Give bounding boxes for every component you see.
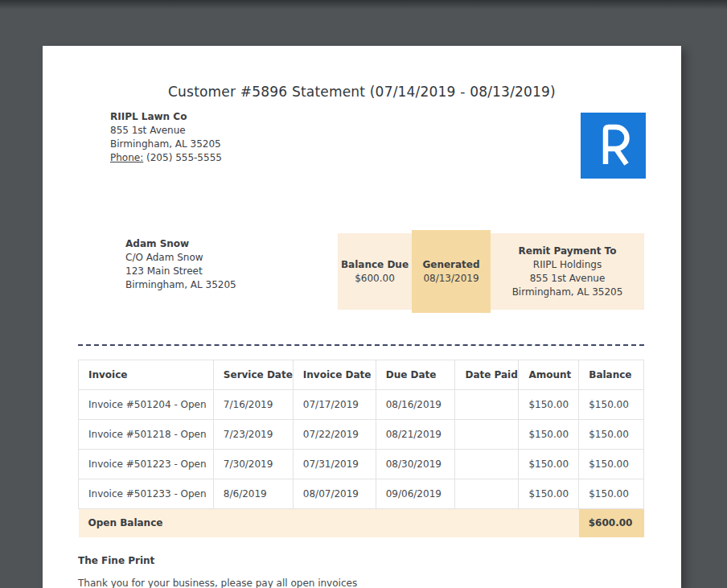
header-service-date: Service Date bbox=[213, 360, 293, 390]
balance-due-value: $600.00 bbox=[355, 272, 395, 286]
remit-address1: 855 1st Avenue bbox=[530, 272, 606, 286]
invoice-cell: Invoice #501218 - Open bbox=[79, 420, 214, 450]
statement-page: Customer #5896 Statement (07/14/2019 - 0… bbox=[43, 46, 681, 588]
due-date-cell: 08/30/2019 bbox=[376, 450, 455, 479]
r-logo-icon bbox=[581, 113, 646, 179]
top-shadow-strip bbox=[0, 0, 727, 11]
header-balance: Balance bbox=[579, 360, 644, 390]
service-date-cell: 8/6/2019 bbox=[213, 479, 293, 509]
date-paid-cell bbox=[455, 390, 519, 420]
remit-name: RIIPL Holdings bbox=[533, 258, 602, 272]
header-due-date: Due Date bbox=[376, 360, 455, 390]
dotted-divider bbox=[78, 344, 644, 346]
balance-due-label: Balance Due bbox=[341, 258, 409, 272]
amount-cell: $150.00 bbox=[519, 390, 579, 420]
table-row: Invoice #501204 - Open 7/16/2019 07/17/2… bbox=[79, 390, 644, 420]
header-invoice: Invoice bbox=[79, 360, 214, 390]
remit-payment-box: Remit Payment To RIIPL Holdings 855 1st … bbox=[491, 233, 644, 310]
table-row: Invoice #501218 - Open 7/23/2019 07/22/2… bbox=[79, 420, 644, 450]
balance-cell: $150.00 bbox=[579, 390, 644, 420]
amount-cell: $150.00 bbox=[519, 479, 579, 509]
service-date-cell: 7/30/2019 bbox=[213, 450, 293, 479]
invoice-date-cell: 08/07/2019 bbox=[293, 479, 376, 509]
balance-cell: $150.00 bbox=[579, 420, 644, 450]
generated-label: Generated bbox=[422, 258, 479, 272]
amount-cell: $150.00 bbox=[519, 420, 579, 450]
table-row: Invoice #501223 - Open 7/30/2019 07/31/2… bbox=[79, 450, 644, 479]
balance-due-box: Balance Due $600.00 bbox=[338, 233, 412, 310]
amount-cell: $150.00 bbox=[519, 450, 579, 479]
invoice-cell: Invoice #501233 - Open bbox=[79, 479, 214, 509]
company-address-line1: 855 1st Avenue bbox=[110, 124, 222, 138]
generated-value: 08/13/2019 bbox=[423, 272, 479, 286]
due-date-cell: 08/16/2019 bbox=[376, 390, 455, 420]
due-date-cell: 09/06/2019 bbox=[376, 479, 455, 509]
company-phone-line: Phone: (205) 555-5555 bbox=[110, 151, 222, 165]
header-invoice-date: Invoice Date bbox=[293, 360, 376, 390]
balance-cell: $150.00 bbox=[579, 450, 644, 479]
open-balance-value: $600.00 bbox=[579, 509, 644, 537]
customer-name: Adam Snow bbox=[125, 237, 236, 251]
header-amount: Amount bbox=[519, 360, 579, 390]
customer-care-of: C/O Adam Snow bbox=[125, 251, 236, 265]
invoice-date-cell: 07/22/2019 bbox=[293, 420, 376, 450]
invoice-date-cell: 07/31/2019 bbox=[293, 450, 376, 479]
company-logo bbox=[581, 113, 646, 179]
company-address-block: RIIPL Lawn Co 855 1st Avenue Birmingham,… bbox=[110, 110, 222, 165]
company-name: RIIPL Lawn Co bbox=[110, 110, 222, 124]
invoice-table: Invoice Service Date Invoice Date Due Da… bbox=[78, 360, 644, 537]
date-paid-cell bbox=[455, 450, 519, 479]
balance-cell: $150.00 bbox=[579, 479, 644, 509]
service-date-cell: 7/23/2019 bbox=[213, 420, 293, 450]
open-balance-row: Open Balance $600.00 bbox=[79, 509, 644, 537]
generated-box: Generated 08/13/2019 bbox=[412, 230, 491, 313]
date-paid-cell bbox=[455, 479, 519, 509]
header-date-paid: Date Paid bbox=[455, 360, 519, 390]
open-balance-label: Open Balance bbox=[79, 509, 579, 537]
invoice-cell: Invoice #501204 - Open bbox=[79, 390, 214, 420]
company-address-line2: Birmingham, AL 35205 bbox=[110, 138, 222, 151]
fine-print-text: Thank you for your business, please pay … bbox=[78, 578, 357, 588]
date-paid-cell bbox=[455, 420, 519, 450]
fine-print-heading: The Fine Print bbox=[78, 555, 154, 566]
table-row: Invoice #501233 - Open 8/6/2019 08/07/20… bbox=[79, 479, 644, 509]
remit-label: Remit Payment To bbox=[519, 245, 617, 258]
document-viewer-background: Customer #5896 Statement (07/14/2019 - 0… bbox=[0, 0, 727, 588]
due-date-cell: 08/21/2019 bbox=[376, 420, 455, 450]
service-date-cell: 7/16/2019 bbox=[213, 390, 293, 420]
remit-address2: Birmingham, AL 35205 bbox=[512, 286, 623, 299]
customer-address-block: Adam Snow C/O Adam Snow 123 Main Street … bbox=[125, 237, 236, 292]
page-title: Customer #5896 Statement (07/14/2019 - 0… bbox=[43, 84, 681, 100]
table-header-row: Invoice Service Date Invoice Date Due Da… bbox=[79, 360, 644, 390]
phone-number: (205) 555-5555 bbox=[146, 152, 222, 163]
phone-label: Phone: bbox=[110, 152, 143, 163]
invoice-date-cell: 07/17/2019 bbox=[293, 390, 376, 420]
customer-street: 123 Main Street bbox=[125, 265, 236, 278]
customer-city: Birmingham, AL 35205 bbox=[125, 278, 236, 292]
invoice-cell: Invoice #501223 - Open bbox=[79, 450, 214, 479]
